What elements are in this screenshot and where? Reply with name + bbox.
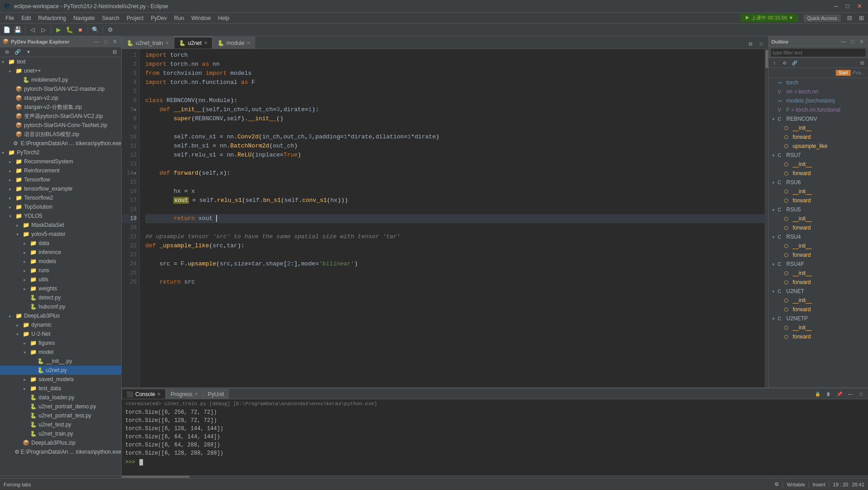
outline-item-u2net[interactable]: ▾CU2NET xyxy=(769,287,868,296)
tab-module[interactable]: 🐍 module ✕ xyxy=(212,37,255,49)
maximize-editor-button[interactable]: □ xyxy=(756,39,766,49)
tree-item-e--programdata-an-----s-keras-python-exe[interactable]: ⚙E:\ProgramData\An ... s\keras\python.ex… xyxy=(0,447,121,456)
tree-item-hubconf-py[interactable]: 🐍hubconf.py xyxy=(0,302,121,311)
outline-item---init--[interactable]: ⬡__init__ xyxy=(769,123,868,132)
tree-item-u2net-test-py[interactable]: 🐍u2net_test.py xyxy=(0,420,121,429)
forward-button[interactable]: ▷ xyxy=(39,25,49,35)
code-editor[interactable]: 1 2 3 4 5 6 7◆ 8 9 10 11 12 13 xyxy=(122,49,768,387)
tree-item-tensorflow2[interactable]: ▸📁Tensorflow2 xyxy=(0,193,121,202)
tree-item-pytorch2[interactable]: ▾📁PyTorch2 xyxy=(0,148,121,157)
maximize-view-button[interactable]: ⊞ xyxy=(856,13,866,23)
tree-item-yolov5-master[interactable]: ▾📁yolov5-master xyxy=(0,230,121,239)
tree-item-maskdataset[interactable]: ▸📁MaskDataSet xyxy=(0,220,121,230)
outline-item---init--[interactable]: ⬡__init__ xyxy=(769,241,868,250)
menu-navigate[interactable]: Navigate xyxy=(69,14,98,22)
tree-item-test-data[interactable]: ▸📁test_data xyxy=(0,384,121,393)
menu-edit[interactable]: Edit xyxy=(18,14,35,22)
minimize-view-button[interactable]: ⊟ xyxy=(844,13,854,23)
collapse-all-button[interactable]: ⊖ xyxy=(2,47,12,57)
outline-item-upsample-like[interactable]: ⬡upsample_like xyxy=(769,142,868,151)
search-button[interactable]: 🔍 xyxy=(90,25,100,35)
tree-item-deeplab3plus-zip[interactable]: 📦DeepLab3Plus.zip xyxy=(0,438,121,447)
menu-project[interactable]: Project xyxy=(123,14,147,22)
outline-link-button[interactable]: 🔗 xyxy=(789,58,799,68)
scrollbar-thumb[interactable] xyxy=(765,50,768,68)
outline-item-forward[interactable]: ⬡forward xyxy=(769,305,868,314)
menu-file[interactable]: File xyxy=(2,14,18,22)
tree-item-mobilenetv3-py[interactable]: 🐍mobilenetv3.py xyxy=(0,75,121,84)
outline-item---init--[interactable]: ⬡__init__ xyxy=(769,323,868,332)
tree-item-topsolution[interactable]: ▸📁TopSolution xyxy=(0,202,121,211)
outline-item-forward[interactable]: ⬡forward xyxy=(769,223,868,232)
outline-item-forward[interactable]: ⬡forward xyxy=(769,278,868,287)
save-button[interactable]: 💾 xyxy=(13,25,23,35)
console-clear-button[interactable]: 🗑 xyxy=(824,389,833,399)
tree-item-deeplab3plus[interactable]: ▸📁DeepLab3Plus xyxy=(0,311,121,320)
tree-item-model[interactable]: ▾📁model xyxy=(0,348,121,357)
tree-item-u2net-portrait-test-py[interactable]: 🐍u2net_portrait_test.py xyxy=(0,411,121,420)
outline-collapse-button[interactable]: ⊖ xyxy=(779,58,789,68)
tree-item-recommendsystem[interactable]: ▸📁RecommendSystem xyxy=(0,157,121,166)
quick-access-button[interactable]: Quick Access xyxy=(804,15,841,22)
tree-item----pytorch-stargan-vc2-zip[interactable]: 📦变声器pytorch-StarGAN-VC2.zip xyxy=(0,112,121,121)
tree-item-detect-py[interactable]: 🐍detect.py xyxy=(0,293,121,302)
tab-close-module[interactable]: ✕ xyxy=(247,40,250,45)
outline-item-rsu4f[interactable]: ▾CRSU4F xyxy=(769,260,868,269)
tab-close-u2net[interactable]: ✕ xyxy=(204,40,207,45)
outline-expand-button[interactable]: ⊟ xyxy=(857,58,867,68)
outline-item---init--[interactable]: ⬡__init__ xyxy=(769,160,868,169)
minimize-panel-button[interactable]: — xyxy=(93,38,100,45)
outline-item---init--[interactable]: ⬡__init__ xyxy=(769,214,868,223)
tree-item-unet--[interactable]: ▸📁unet++ xyxy=(0,66,121,75)
outline-item-rsu7[interactable]: ▾CRSU7 xyxy=(769,151,868,160)
tree-item-models[interactable]: ▸📁models xyxy=(0,257,121,266)
tree-item-text[interactable]: ▾📁text xyxy=(0,57,121,66)
tree-item-u-2-net[interactable]: ▾📁U-2-Net xyxy=(0,329,121,338)
explorer-menu-button[interactable]: ▾ xyxy=(24,47,34,57)
outline-item-forward[interactable]: ⬡forward xyxy=(769,250,868,260)
tree-item-inference[interactable]: ▸📁inference xyxy=(0,248,121,257)
tab-close-u2net-train[interactable]: ✕ xyxy=(165,40,169,45)
progress-close-icon[interactable]: ✕ xyxy=(194,392,198,397)
console-pin-button[interactable]: 📌 xyxy=(834,389,844,399)
outline-item-rsu6[interactable]: ▾CRSU6 xyxy=(769,178,868,187)
console-maximize-button[interactable]: □ xyxy=(856,389,866,399)
menu-pydev[interactable]: PyDev xyxy=(147,14,170,22)
new-button[interactable]: 📄 xyxy=(2,25,12,35)
run-button[interactable]: ▶ xyxy=(54,25,64,35)
tree-item-utils[interactable]: ▸📁utils xyxy=(0,275,121,284)
tree-item-u2net-train-py[interactable]: 🐍u2net_train.py xyxy=(0,429,121,438)
bottom-tab-console[interactable]: ⬛ Console ✕ xyxy=(122,389,166,399)
start-button[interactable]: Start xyxy=(836,70,851,76)
outline-item-forward[interactable]: ⬡forward xyxy=(769,132,868,142)
stop-button[interactable]: ■ xyxy=(75,25,85,35)
menu-search[interactable]: Search xyxy=(99,14,123,22)
debug-button[interactable]: 🐛 xyxy=(64,25,74,35)
back-button[interactable]: ◁ xyxy=(28,25,38,35)
console-scrollbar-thumb[interactable] xyxy=(122,476,190,478)
run-indicator[interactable]: ▶ 上课中 00:15:00 ▼ xyxy=(740,14,798,22)
tree-item-figures[interactable]: ▸📁figures xyxy=(0,338,121,348)
outline-minimize-button[interactable]: — xyxy=(840,38,847,45)
tree-item-yolo5[interactable]: ▾📁YOLO5 xyxy=(0,211,121,220)
tree-item-stargan-v2-zip[interactable]: 📦stargan-v2.zip xyxy=(0,93,121,103)
tree-item-saved-models[interactable]: ▸📁saved_models xyxy=(0,375,121,384)
tree-item-data[interactable]: ▸📁data xyxy=(0,239,121,248)
settings-button[interactable]: ⚙ xyxy=(105,25,115,35)
outline-item-f---torch-nn-functional[interactable]: VF = torch.nn.functional xyxy=(769,105,868,114)
tree-item-e--programdata-an-----s-keras-python-exe[interactable]: ⚙E:\ProgramData\An ... s\keras\python.ex… xyxy=(0,139,121,148)
tree-item-runs[interactable]: ▸📁runs xyxy=(0,266,121,275)
console-scroll-lock-button[interactable]: 🔒 xyxy=(813,389,823,399)
outline-item---init--[interactable]: ⬡__init__ xyxy=(769,269,868,278)
outline-item-forward[interactable]: ⬡forward xyxy=(769,196,868,205)
tree-item-tensorflow[interactable]: ▸📁Tensorflow xyxy=(0,175,121,184)
outline-close-button[interactable]: ✕ xyxy=(858,38,865,45)
menu-help[interactable]: Help xyxy=(214,14,233,22)
tab-u2net[interactable]: 🐍 u2net ✕ xyxy=(174,37,212,49)
tree-item-----blas---zip[interactable]: 📦语音识别BLAS模型.zip xyxy=(0,130,121,139)
outline-item-u2netp[interactable]: ▾CU2NETP xyxy=(769,314,868,323)
menu-refactoring[interactable]: Refactoring xyxy=(35,14,69,22)
tree-item-weights[interactable]: ▸📁weights xyxy=(0,284,121,293)
link-editor-button[interactable]: 🔗 xyxy=(13,47,23,57)
tree-item-stargan-v2------zip[interactable]: 📦stargan-v2-分数据集.zip xyxy=(0,103,121,112)
